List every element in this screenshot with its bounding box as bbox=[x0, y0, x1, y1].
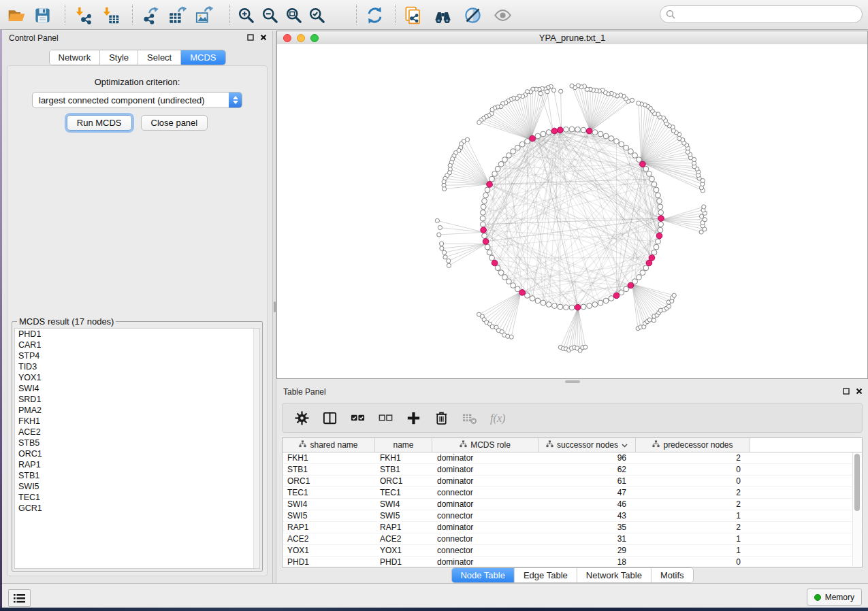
table-row[interactable]: SWI5SWI5connector431 bbox=[283, 510, 862, 522]
style-visibility-button[interactable] bbox=[461, 4, 484, 26]
tab-edge-table[interactable]: Edge Table bbox=[515, 568, 577, 582]
tab-motifs[interactable]: Motifs bbox=[652, 568, 693, 582]
save-session-button[interactable] bbox=[31, 4, 54, 26]
table-scrollbar[interactable] bbox=[852, 452, 861, 566]
find-button[interactable] bbox=[431, 4, 454, 26]
horizontal-splitter[interactable] bbox=[276, 379, 868, 384]
splitter-grip[interactable] bbox=[565, 380, 580, 383]
mcds-result-item[interactable]: ORC1 bbox=[15, 448, 259, 459]
tab-select[interactable]: Select bbox=[138, 50, 181, 65]
show-hide-button[interactable] bbox=[491, 4, 514, 26]
export-network-button[interactable] bbox=[138, 4, 161, 26]
import-table-button[interactable] bbox=[99, 4, 122, 26]
zoom-in-button[interactable] bbox=[234, 4, 257, 26]
network-canvas[interactable] bbox=[277, 44, 867, 378]
network-view-window: YPA_prune.txt_1 bbox=[276, 31, 868, 379]
mcds-list-scrollbar[interactable] bbox=[253, 329, 259, 568]
mcds-result-item[interactable]: TID3 bbox=[15, 361, 259, 372]
close-panel-icon[interactable] bbox=[856, 388, 863, 395]
zoom-out-button[interactable] bbox=[258, 4, 281, 26]
mcds-result-item[interactable]: TEC1 bbox=[15, 492, 259, 503]
chevron-down-icon bbox=[622, 440, 628, 450]
memory-label: Memory bbox=[825, 593, 854, 602]
status-bar: Memory bbox=[2, 583, 868, 608]
split-panel-button[interactable] bbox=[320, 408, 339, 427]
mcds-result-item[interactable]: GCR1 bbox=[15, 503, 259, 514]
mcds-result-item[interactable]: PMA2 bbox=[15, 405, 259, 416]
float-panel-icon[interactable] bbox=[247, 34, 254, 41]
deselect-all-button[interactable] bbox=[376, 408, 395, 427]
float-panel-icon[interactable] bbox=[843, 388, 850, 395]
mcds-result-item[interactable]: PHD1 bbox=[15, 329, 259, 340]
attribute-type-icon bbox=[652, 440, 660, 450]
scrollbar-thumb[interactable] bbox=[854, 454, 860, 511]
attribute-type-icon bbox=[299, 440, 306, 450]
delete-entry-icon bbox=[434, 410, 449, 426]
mcds-result-item[interactable]: SRD1 bbox=[15, 394, 259, 405]
table-row[interactable]: RAP1RAP1dominator352 bbox=[283, 522, 862, 533]
find-icon bbox=[434, 6, 452, 24]
network-window-titlebar[interactable]: YPA_prune.txt_1 bbox=[277, 31, 867, 45]
network-graph[interactable] bbox=[277, 44, 867, 378]
function-builder-button[interactable]: f(x) bbox=[487, 408, 507, 427]
mcds-result-item[interactable]: YOX1 bbox=[15, 372, 259, 383]
export-table-button[interactable] bbox=[165, 4, 189, 26]
run-mcds-button[interactable]: Run MCDS bbox=[67, 115, 132, 131]
select-all-button[interactable] bbox=[348, 408, 367, 427]
mcds-result-item[interactable]: SWI4 bbox=[15, 383, 259, 394]
table-row[interactable]: SWI4SWI4dominator462 bbox=[283, 499, 862, 510]
tab-style[interactable]: Style bbox=[100, 50, 138, 65]
column-header-name[interactable]: name bbox=[375, 438, 432, 452]
open-file-button[interactable] bbox=[5, 4, 28, 26]
deselect-all-icon bbox=[378, 410, 393, 426]
tab-node-table[interactable]: Node Table bbox=[451, 568, 515, 582]
memory-button[interactable]: Memory bbox=[807, 589, 862, 606]
zoom-selected-icon bbox=[308, 6, 326, 24]
new-network-from-selection-button[interactable] bbox=[401, 4, 424, 26]
tab-network[interactable]: Network bbox=[49, 50, 100, 65]
tab-mcds[interactable]: MCDS bbox=[181, 50, 225, 65]
table-row[interactable]: ACE2ACE2connector311 bbox=[283, 533, 862, 545]
mcds-result-item[interactable]: STP4 bbox=[15, 350, 259, 361]
criterion-select[interactable]: largest connected component (undirected) bbox=[32, 92, 242, 108]
column-header-MCDS-role[interactable]: MCDS role bbox=[432, 438, 539, 452]
attribute-type-icon bbox=[460, 440, 467, 450]
mcds-result-item[interactable]: FKH1 bbox=[15, 416, 259, 427]
refresh-button[interactable] bbox=[363, 4, 386, 26]
column-header-predecessor-nodes[interactable]: predecessor nodes bbox=[636, 438, 750, 452]
table-row[interactable]: FKH1FKH1dominator962 bbox=[283, 452, 862, 464]
splitter-grip[interactable] bbox=[274, 301, 276, 312]
close-panel-icon[interactable] bbox=[260, 34, 267, 41]
toolbar-separator bbox=[229, 5, 230, 24]
table-row[interactable]: ORC1ORC1dominator610 bbox=[283, 476, 862, 487]
table-row[interactable]: YOX1YOX1connector291 bbox=[283, 545, 862, 557]
table-row[interactable]: STB1STB1dominator620 bbox=[283, 464, 862, 476]
zoom-fit-button[interactable] bbox=[282, 4, 305, 26]
column-header-successor-nodes[interactable]: successor nodes bbox=[539, 438, 636, 452]
add-entry-button[interactable] bbox=[404, 408, 423, 427]
tab-network-table[interactable]: Network Table bbox=[577, 568, 652, 582]
task-history-button[interactable] bbox=[8, 589, 31, 607]
mcds-result-item[interactable]: ACE2 bbox=[15, 427, 259, 437]
table-row[interactable]: TEC1TEC1connector472 bbox=[283, 487, 862, 499]
mcds-result-item[interactable]: CAR1 bbox=[15, 340, 259, 350]
mcds-result-item[interactable]: RAP1 bbox=[15, 459, 259, 470]
import-network-button[interactable] bbox=[71, 4, 95, 26]
search-input[interactable] bbox=[679, 9, 856, 20]
column-header-shared-name[interactable]: shared name bbox=[283, 438, 375, 452]
zoom-selected-button[interactable] bbox=[305, 4, 328, 26]
zoom-out-icon bbox=[261, 6, 279, 24]
show-hide-icon bbox=[494, 6, 512, 24]
mcds-result-item[interactable]: SWI5 bbox=[15, 481, 259, 492]
table-row[interactable]: PHD1PHD1dominator180 bbox=[283, 557, 862, 567]
mcds-result-list[interactable]: PHD1CAR1STP4TID3YOX1SWI4SRD1PMA2FKH1ACE2… bbox=[14, 328, 260, 569]
export-image-button[interactable] bbox=[192, 4, 215, 26]
mcds-result-item[interactable]: STB1 bbox=[15, 470, 259, 481]
mcds-result-title: MCDS result (17 nodes) bbox=[17, 316, 116, 327]
settings-gear-button[interactable] bbox=[292, 408, 311, 427]
close-panel-button[interactable]: Close panel bbox=[141, 115, 208, 131]
mcds-result-item[interactable]: STB5 bbox=[15, 437, 259, 448]
delete-table-button[interactable] bbox=[460, 408, 479, 427]
search-box[interactable] bbox=[660, 5, 863, 23]
delete-entry-button[interactable] bbox=[432, 408, 451, 427]
